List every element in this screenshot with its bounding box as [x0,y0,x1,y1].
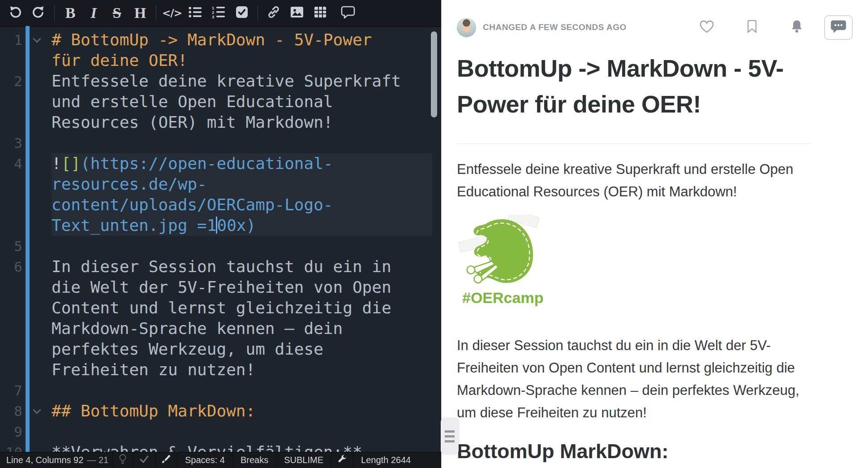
lightbulb-icon [118,454,127,467]
heart-icon [700,20,714,35]
cursor-position: Line 4, Columns 92 — 21 [0,452,112,468]
code-row: und erstelle Open Educational [52,91,432,112]
check-icon [139,455,149,466]
wrench-icon [337,454,347,466]
code-row: Freiheiten zu nutzen! [52,360,432,380]
line-number: 3 [0,133,22,153]
doc-title: BottomUp -> MarkDown - 5V-Power für dein… [457,50,812,144]
toolbar-separator [156,5,156,21]
line-number: 4 [0,153,22,174]
editor-line-5: 5 [0,236,441,256]
code-row: # BottomUp -> MarkDown - 5V-Power [52,30,432,50]
comment-bubble-icon [341,5,355,21]
code-row: ![](https://open-educational- [52,153,432,174]
redo-icon [32,5,45,21]
code-row: content/uploads/OERCamp-Logo- [52,195,432,215]
undo-button[interactable] [4,3,27,23]
link-button[interactable] [262,3,285,23]
code-row [52,380,432,401]
bullet-list-icon [189,6,202,20]
editor-line-4-active: 4 ![](https://open-educational- resource… [0,153,441,236]
author-avatar[interactable] [457,18,476,37]
oercamp-logo-caption: #OERcamp [462,289,560,307]
numbered-list-icon: 1 2 3 [212,6,225,20]
editor-line-9: 9 [0,421,441,442]
toolbar-separator [54,5,55,21]
spellcheck-toggle[interactable] [133,452,155,468]
toolbar-separator [258,5,258,21]
grip-bar [445,430,455,433]
undo-icon [9,5,22,21]
indent-setting[interactable]: Spaces: 4 [177,452,232,468]
editor-line-8: 8 ## BottomUp MarkDown: [0,401,441,421]
image-icon [290,6,304,20]
editor-line-1: 1 # BottomUp -> MarkDown - 5V-Power für … [0,30,441,71]
doc-paragraph-1: Entfessele deine kreative Superkraft und… [457,158,812,203]
comment-button[interactable] [336,3,360,23]
like-button[interactable] [700,20,714,35]
editor-line-3: 3 [0,133,441,153]
code-row [52,133,432,153]
notifications-button[interactable] [790,19,804,35]
code-row: für deine OER! [52,50,432,71]
checkbox-icon [236,6,248,20]
redo-button[interactable] [27,3,50,23]
night-mode-toggle[interactable] [112,452,133,468]
editor-line-2: 2 Entfessele deine kreative Superkraft u… [0,71,441,133]
image-button[interactable] [285,3,309,23]
link-icon [267,5,280,21]
last-changed-label: CHANGED A FEW SECONDS AGO [483,22,627,32]
open-comments-button[interactable] [824,15,853,40]
doc-heading-2: BottomUp MarkDown: [457,439,812,468]
table-button[interactable] [309,3,332,23]
line-number: 1 [0,30,22,50]
editor-toolbar: B I S H </> 1 2 3 [0,0,441,26]
editor-scrollbar[interactable] [431,31,437,117]
rendered-document: BottomUp -> MarkDown - 5V-Power für dein… [457,50,812,468]
statusbar: Line 4, Columns 92 — 21 Spaces: 4 Breaks [0,452,441,468]
table-icon [314,6,327,20]
theme-brush-toggle[interactable] [155,452,177,468]
bookmark-button[interactable] [746,20,758,35]
numbered-list-button[interactable]: 1 2 3 [207,3,230,23]
editor-line-7: 7 [0,380,441,401]
grip-bar [445,435,455,438]
keymap-setting[interactable]: SUBLIME [276,452,331,468]
checklist-button[interactable] [230,3,254,23]
fold-chevron-icon[interactable] [33,406,41,414]
code-row: Entfessele deine kreative Superkraft [52,71,432,91]
bookmark-icon [746,20,758,35]
bullet-list-button[interactable] [184,3,207,23]
editor-preferences[interactable] [331,452,353,468]
line-number: 5 [0,236,22,256]
doc-paragraph-2: In dieser Session tauchst du ein in die … [457,334,812,424]
italic-button[interactable]: I [82,3,105,23]
grip-bar [445,440,455,442]
code-row: Content und lernst gleichzeitig die [52,298,432,318]
editor-line-10: 10 **Verwahren & Vervielfältigen:** [0,442,441,452]
code-row: resources.de/wp- [52,174,432,195]
code-row: Markdown-Sprache kennen – dein [52,318,432,339]
code-button[interactable]: </> [160,3,184,23]
line-number: 6 [0,256,22,277]
pane-resize-handle[interactable] [441,418,459,454]
app: B I S H </> 1 2 3 [0,0,868,468]
linebreak-setting[interactable]: Breaks [232,452,276,468]
fold-chevron-icon[interactable] [33,35,41,43]
editor-line-6: 6 In dieser Session tauchst du ein in di… [0,256,441,380]
comment-dots-icon [830,19,847,35]
bold-button[interactable]: B [59,3,82,23]
code-row: die Welt der 5V-Freiheiten von Open [52,277,432,298]
heading-button[interactable]: H [129,3,152,23]
line-number: 7 [0,380,22,401]
strikethrough-button[interactable]: S [105,3,129,23]
markdown-editor[interactable]: 1 # BottomUp -> MarkDown - 5V-Power für … [0,26,441,452]
line-number: 9 [0,421,22,442]
editor-pane: B I S H </> 1 2 3 [0,0,441,468]
line-number: 8 [0,401,22,421]
svg-text:3: 3 [212,14,214,18]
code-row: Resources (OER) mit Markdown! [52,112,432,133]
doc-length: Length 2644 [353,452,441,468]
code-row [52,236,432,256]
line-number: 10 [0,442,22,452]
